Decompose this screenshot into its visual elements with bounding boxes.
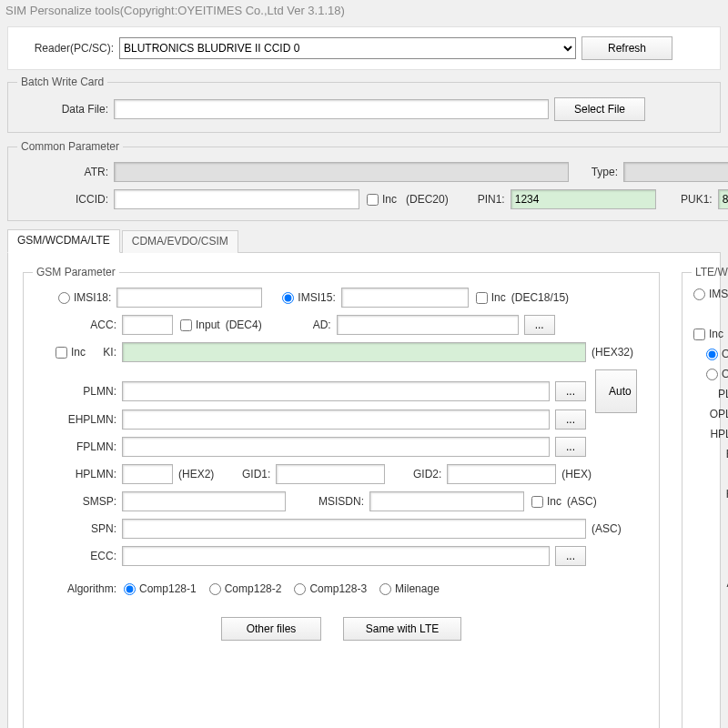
same-with-lte-button[interactable]: Same with LTE (343, 617, 461, 641)
smsp-asc-label: (ASC) (567, 495, 597, 508)
ehplmn-label: EHPLMN: (33, 413, 116, 426)
dec1815-label: (DEC18/15) (511, 291, 569, 304)
lte-op-label: OP (722, 368, 728, 380)
datafile-input[interactable] (114, 99, 549, 119)
ki-label: KI: (91, 346, 116, 359)
batch-legend: Batch Write Card (17, 76, 107, 88)
lte-op-radio[interactable] (706, 369, 718, 380)
lte-plmnwa-label: PLMNwA (718, 388, 728, 400)
hplmn-label: HPLMN: (33, 468, 116, 480)
reader-select[interactable]: BLUTRONICS BLUDRIVE II CCID 0 (119, 37, 576, 59)
gid2-input[interactable] (447, 464, 556, 484)
tab-cdma[interactable]: CDMA/EVDO/CSIM (122, 230, 238, 253)
alg-milenage-radio[interactable] (379, 583, 391, 595)
reader-label: Reader(PC/SC): (15, 42, 114, 55)
imsi-inc-checkbox[interactable] (476, 292, 488, 304)
algorithm-label: Algorithm: (33, 582, 116, 595)
other-files-button[interactable]: Other files (221, 617, 321, 641)
window-title: SIM Personalize tools(Copyright:OYEITIME… (0, 0, 728, 21)
ecc-dots-button[interactable]: ... (555, 546, 586, 566)
type-label: Type: (574, 166, 618, 178)
pin1-input[interactable] (511, 189, 656, 209)
lte-opc-radio[interactable] (706, 349, 718, 360)
atr-label: ATR: (17, 166, 108, 178)
ecc-label: ECC: (33, 550, 116, 562)
iccid-inc-wrapper: Inc (365, 193, 397, 206)
hplmn-input[interactable] (122, 464, 173, 484)
select-file-button[interactable]: Select File (554, 97, 645, 121)
imsi15-radio[interactable] (282, 292, 294, 304)
spn-asc-label: (ASC) (592, 522, 622, 535)
ad-label: AD: (268, 318, 331, 331)
spn-input[interactable] (122, 519, 586, 539)
hex2-label: (HEX2) (178, 468, 214, 480)
puk1-label: PUK1: (662, 193, 713, 206)
smsp-label: SMSP: (33, 495, 116, 508)
ad-dots-button[interactable]: ... (524, 315, 555, 335)
fplmn-dots-button[interactable]: ... (555, 437, 586, 457)
tab-gsm[interactable]: GSM/WCDMA/LTE (7, 229, 120, 253)
ad-input[interactable] (337, 315, 519, 335)
hex32-label: (HEX32) (592, 346, 633, 359)
plmn-dots-button[interactable]: ... (555, 381, 586, 401)
alg-comp128-2-label: Comp128-2 (225, 582, 282, 595)
msisdn-label: MSISDN: (291, 495, 364, 508)
alg-milenage-label: Milenage (395, 582, 440, 595)
acc-input-label: Input (196, 318, 220, 331)
ecc-input[interactable] (122, 546, 550, 566)
fplmn-input[interactable] (122, 437, 550, 457)
lte-fieldset: LTE/WCDMA IMSI1 AC Inc OPC OP PLMNwA OPL… (682, 266, 728, 728)
dec4-label: (DEC4) (226, 318, 262, 331)
lte-legend: LTE/WCDMA (692, 266, 728, 278)
gsm-fieldset: GSM Parameter IMSI18: IMSI15: Inc (DEC18… (23, 266, 660, 728)
iccid-inc-label: Inc (382, 193, 397, 206)
spn-label: SPN: (33, 522, 116, 535)
ehplmn-dots-button[interactable]: ... (555, 410, 586, 430)
imsi15-label: IMSI15: (298, 291, 335, 304)
lte-inc-checkbox[interactable] (693, 329, 705, 340)
dec20-label: (DEC20) (406, 193, 449, 206)
gid2-label: GID2: (390, 468, 441, 480)
puk1-input[interactable] (718, 189, 728, 209)
alg-comp128-2-radio[interactable] (209, 583, 221, 595)
ki-inc-label: Inc (71, 346, 86, 359)
iccid-label: ICCID: (17, 193, 108, 206)
gsm-legend: GSM Parameter (33, 266, 119, 278)
batch-fieldset: Batch Write Card Data File: Select File (7, 76, 721, 133)
imsi18-radio[interactable] (58, 292, 70, 304)
gid1-input[interactable] (276, 464, 385, 484)
refresh-button[interactable]: Refresh (581, 36, 672, 60)
msisdn-inc-checkbox[interactable] (531, 496, 543, 508)
ki-inc-checkbox[interactable] (56, 347, 67, 359)
imsi18-label: IMSI18: (74, 291, 111, 304)
lte-oplmnwa-label: OPLMNwA (710, 408, 728, 420)
imsi18-input[interactable] (116, 288, 262, 308)
acc-input[interactable] (122, 315, 173, 335)
alg-comp128-1-label: Comp128-1 (139, 582, 197, 595)
smsp-input[interactable] (122, 491, 286, 511)
alg-comp128-3-label: Comp128-3 (309, 582, 367, 595)
msisdn-inc-label: Inc (547, 495, 561, 508)
acc-label: ACC: (33, 318, 116, 331)
plmn-input[interactable] (122, 381, 550, 401)
acc-input-checkbox[interactable] (180, 319, 192, 331)
ki-input[interactable] (122, 342, 586, 362)
msisdn-input[interactable] (369, 491, 524, 511)
alg-comp128-1-radio[interactable] (124, 583, 136, 595)
ehplmn-input[interactable] (122, 410, 550, 430)
imsi-inc-label: Inc (491, 291, 506, 304)
hex-label: (HEX) (561, 468, 592, 480)
gid1-label: GID1: (219, 468, 270, 480)
iccid-input[interactable] (114, 189, 359, 209)
imsi15-input[interactable] (341, 288, 469, 308)
common-fieldset: Common Parameter ATR: Type: ICCID: Inc (… (7, 140, 728, 221)
lte-imsi1-radio[interactable] (693, 288, 705, 300)
common-legend: Common Parameter (17, 140, 123, 153)
auto-button[interactable]: Auto (595, 369, 637, 413)
pin1-label: PIN1: (454, 193, 505, 206)
atr-display (114, 162, 569, 182)
lte-hplmnwa-label: HPLMNwA (710, 428, 728, 440)
iccid-inc-checkbox[interactable] (367, 194, 379, 206)
alg-comp128-3-radio[interactable] (294, 583, 306, 595)
plmn-label: PLMN: (33, 385, 116, 398)
